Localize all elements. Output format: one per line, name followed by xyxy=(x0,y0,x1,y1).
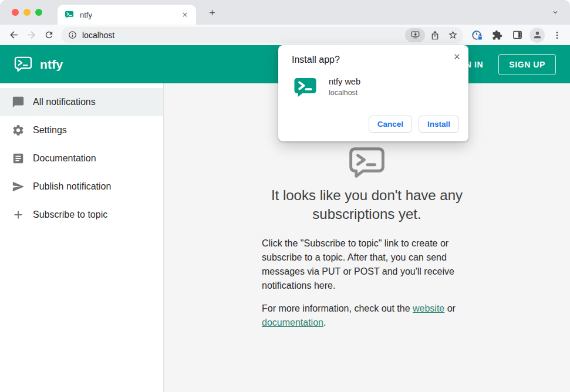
sidebar-item-all-notifications[interactable]: All notifications xyxy=(0,88,163,116)
chat-bubble-icon xyxy=(12,96,25,109)
address-bar[interactable]: localhost xyxy=(61,27,463,43)
empty-state-title: It looks like you don't have any subscri… xyxy=(255,186,478,224)
close-icon[interactable] xyxy=(451,50,463,62)
sidebar-item-settings[interactable]: Settings xyxy=(0,116,163,144)
sidebar-item-label: Publish notification xyxy=(33,181,111,192)
url-text[interactable]: localhost xyxy=(82,31,114,40)
documentation-link[interactable]: documentation xyxy=(262,317,323,327)
plus-icon xyxy=(12,208,25,221)
sidebar-nav: All notifications Settings Documentation… xyxy=(0,83,164,392)
sign-up-button[interactable]: SIGN UP xyxy=(498,54,556,75)
cancel-button[interactable]: Cancel xyxy=(369,116,412,133)
close-window-button[interactable] xyxy=(12,9,19,16)
article-icon xyxy=(12,152,25,165)
sidebar-item-documentation[interactable]: Documentation xyxy=(0,144,163,173)
info-icon[interactable] xyxy=(68,31,77,39)
share-icon[interactable] xyxy=(427,28,443,42)
tab-title: ntfy xyxy=(80,11,92,19)
new-tab-icon[interactable] xyxy=(204,5,220,20)
dialog-app-row: ntfy web localhost xyxy=(293,76,459,99)
privacy-extension-icon[interactable] xyxy=(469,27,485,43)
tab-strip: ntfy xyxy=(0,0,570,25)
sidebar-item-label: Settings xyxy=(33,125,67,136)
browser-toolbar: localhost xyxy=(0,25,570,45)
sidebar-item-label: Documentation xyxy=(33,153,96,164)
side-panel-icon[interactable] xyxy=(509,27,525,43)
sidebar-item-subscribe-to-topic[interactable]: Subscribe to topic xyxy=(0,201,163,229)
brand-title: ntfy xyxy=(40,58,63,72)
bookmark-star-icon[interactable] xyxy=(445,28,460,42)
extension-area xyxy=(469,27,565,43)
paragraph-text: For more information, check out the xyxy=(262,303,413,313)
install-app-icon[interactable] xyxy=(405,28,425,42)
empty-state-links-paragraph: For more information, check out the webs… xyxy=(262,302,472,330)
paragraph-text: or xyxy=(444,303,456,313)
forward-icon[interactable] xyxy=(22,26,40,44)
install-app-dialog: Install app? ntfy web localhost Cancel I… xyxy=(278,45,468,141)
profile-avatar-icon[interactable] xyxy=(529,27,545,43)
browser-tab[interactable]: ntfy xyxy=(58,5,196,25)
ntfy-favicon xyxy=(65,10,74,19)
ntfy-logo-icon xyxy=(293,76,318,99)
dialog-title: Install app? xyxy=(292,55,459,65)
paragraph-text: . xyxy=(323,317,326,327)
sidebar-item-publish-notification[interactable]: Publish notification xyxy=(0,173,163,201)
minimize-window-button[interactable] xyxy=(23,9,31,16)
window-controls xyxy=(12,9,42,16)
fullscreen-window-button[interactable] xyxy=(35,9,42,16)
dialog-app-origin: localhost xyxy=(329,89,360,97)
sidebar-item-label: All notifications xyxy=(33,97,96,107)
tab-close-icon[interactable] xyxy=(180,9,190,20)
browser-window: ntfy localhost xyxy=(0,0,570,392)
gear-icon xyxy=(12,124,25,137)
dialog-app-name: ntfy web xyxy=(329,77,360,86)
extensions-puzzle-icon[interactable] xyxy=(489,27,505,43)
install-button[interactable]: Install xyxy=(419,116,459,133)
sidebar-item-label: Subscribe to topic xyxy=(33,209,107,220)
reload-icon[interactable] xyxy=(40,26,58,44)
more-menu-icon[interactable] xyxy=(549,27,565,43)
ntfy-logo-icon xyxy=(14,56,32,72)
back-icon[interactable] xyxy=(5,26,22,44)
dialog-buttons: Cancel Install xyxy=(292,116,459,133)
chevron-down-icon[interactable] xyxy=(551,8,559,16)
website-link[interactable]: website xyxy=(413,303,444,313)
send-icon xyxy=(12,180,25,193)
ntfy-logo-icon xyxy=(349,147,385,179)
empty-state-paragraph: Click the "Subscribe to topic" link to c… xyxy=(262,236,472,293)
